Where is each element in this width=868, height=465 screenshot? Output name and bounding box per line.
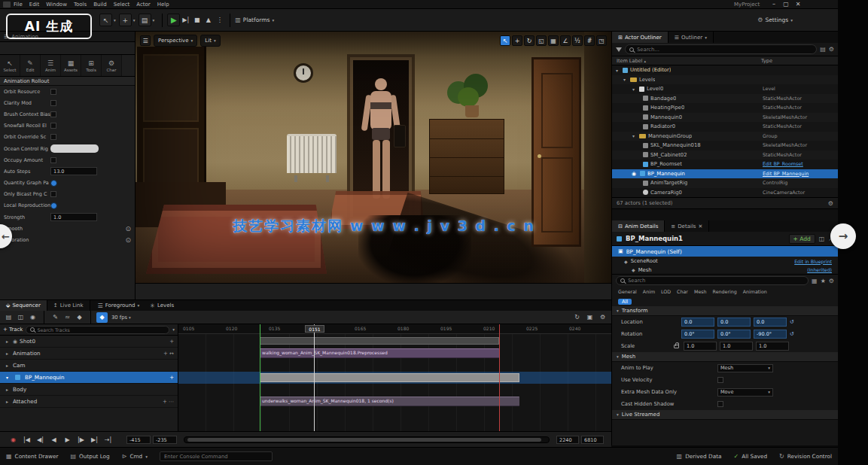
next-arrow-button[interactable]: → (830, 223, 856, 249)
expander-icon[interactable]: ▸ (4, 339, 11, 344)
expander-icon[interactable]: ▾ (630, 87, 637, 92)
favorites-star-icon[interactable]: ★ (821, 278, 826, 284)
grid-icon[interactable]: ▦ (812, 278, 818, 284)
add-track-button[interactable]: + Track (3, 327, 23, 333)
track-row[interactable]: ▸Animation+ ↔ (0, 348, 178, 360)
filter-all-chip[interactable]: All (618, 299, 632, 305)
sequencer-settings-icon[interactable]: ⚙ (597, 312, 608, 323)
working-range-end-field[interactable]: 2240 (556, 436, 579, 444)
settings-dropdown[interactable]: ⚙ Settings ▾ (757, 17, 793, 23)
edit-blueprint-link[interactable]: Edit in Blueprint (794, 259, 832, 264)
menu-file[interactable]: File (14, 2, 23, 8)
checkbox[interactable] (50, 134, 56, 140)
checkbox[interactable] (717, 377, 723, 383)
play-button[interactable]: ▶ (167, 14, 180, 26)
scale-y-field[interactable]: 1.0 (720, 342, 753, 351)
loop-icon[interactable]: ↻ (571, 312, 583, 323)
location-x-field[interactable]: 0.0 (681, 318, 714, 327)
outliner-search-input[interactable] (637, 47, 812, 53)
fps-dropdown[interactable]: 30 fps ▾ (111, 315, 131, 321)
anim-mode-select[interactable]: Mesh▾ (717, 364, 773, 372)
expander-icon[interactable]: ▾ (614, 68, 620, 73)
location-z-field[interactable]: 0.0 (754, 318, 787, 327)
expander-icon[interactable]: ▸ (4, 399, 11, 404)
checkbox[interactable] (50, 111, 56, 117)
move-tool-icon[interactable]: + (512, 35, 522, 46)
filter-tab[interactable]: Rendering (713, 289, 737, 294)
eject-button[interactable]: ▲ (203, 15, 214, 25)
edit-blueprint-link[interactable]: Edit BP_Mannequin (763, 171, 835, 177)
scale-z-field[interactable]: 1.0 (756, 342, 789, 351)
toggle-on[interactable] (50, 202, 57, 209)
live-streamed-section-header[interactable]: ▾Live Streamed (612, 410, 838, 420)
filter-funnel-icon[interactable] (616, 47, 622, 52)
levels-chip[interactable]: ✳ Levels (150, 302, 174, 309)
edit-icon[interactable]: ✎ (50, 312, 61, 323)
mesh-data-select[interactable]: Move▾ (717, 388, 773, 397)
modes-dropdown[interactable]: ↖ (99, 14, 112, 26)
component-row[interactable]: ◆ SceneRoot Edit in Blueprint (612, 257, 838, 266)
outliner-row[interactable]: SM_Cabinet02StaticMeshActor (612, 150, 838, 160)
add-section-icon[interactable]: + ⋯ (163, 399, 174, 405)
expander-icon[interactable]: ▾ (621, 77, 628, 82)
reset-icon[interactable]: ⊙ (125, 225, 131, 232)
stop-button[interactable]: ■ (191, 15, 203, 25)
animation-clip[interactable]: underwalks_woman_Anim_SK_Mannequin018, 1… (260, 397, 519, 406)
tab-outliner[interactable]: ☰Outliner▾ (669, 32, 714, 43)
checkbox[interactable] (50, 100, 56, 106)
close-button[interactable]: ✕ (792, 1, 804, 8)
transform-section-header[interactable]: ▾Transform (612, 306, 838, 316)
viewport-options-button[interactable]: ☰ (140, 35, 151, 46)
menu-tools[interactable]: Tools (74, 2, 87, 8)
inherited-link[interactable]: (Inherited) (807, 267, 832, 272)
menu-help[interactable]: Help (157, 2, 169, 8)
details-search-input[interactable] (628, 278, 804, 284)
lock-icon[interactable] (674, 345, 679, 348)
menu-window[interactable]: Window (46, 2, 67, 8)
gear-icon[interactable]: ⚙ (829, 46, 834, 53)
value-pill[interactable] (50, 144, 99, 153)
step-back-button[interactable]: ◀ (48, 435, 59, 445)
track-search[interactable] (26, 326, 169, 334)
play-options-button[interactable]: ⋮ (214, 15, 225, 25)
reset-icon[interactable]: ⊙ (125, 236, 131, 244)
rotate-tool-icon[interactable]: ↻ (524, 35, 535, 46)
add-section-icon[interactable]: + ↔ (163, 351, 174, 357)
derived-data-button[interactable]: ▥Derived Data (677, 453, 722, 460)
details-search[interactable] (616, 276, 809, 285)
scrollbar-thumb[interactable] (187, 438, 541, 442)
sequence-breadcrumb[interactable]: ☰ Foreground ▾ (98, 302, 140, 309)
timeline-scrollbar[interactable] (184, 436, 550, 443)
save-sequence-icon[interactable]: ▤ (3, 312, 14, 323)
number-field[interactable]: 13.0 (50, 167, 97, 175)
record-button[interactable]: ◉ (8, 435, 19, 445)
tab-anim-details[interactable]: ⊟Anim Details (612, 220, 665, 232)
platforms-dropdown[interactable]: ▥ Platforms ▾ (235, 17, 274, 23)
timeline[interactable]: 0105 0120 0135 0150 0165 0180 0195 0210 … (178, 324, 611, 431)
tab-anim[interactable]: ☰Anim (41, 55, 61, 76)
expander-icon[interactable]: ▸ (4, 363, 11, 368)
view-range-end-field[interactable]: 6810 (581, 436, 604, 444)
expander-icon[interactable]: ▸ (4, 351, 11, 356)
track-row[interactable]: ▸Cam (0, 360, 178, 372)
checkbox[interactable] (50, 191, 56, 197)
tab-live-link[interactable]: ↥Live Link (47, 300, 90, 311)
track-row[interactable]: ▸Attached+ ⋯ (0, 396, 178, 408)
step-forward-button[interactable]: |▶ (75, 435, 87, 445)
maximize-viewport-icon[interactable]: ◳ (596, 35, 607, 46)
selected-section-bar[interactable] (260, 373, 519, 382)
component-list-icon[interactable]: ◫ (819, 236, 825, 242)
playhead[interactable] (314, 324, 315, 431)
track-row[interactable]: ▸◉Shot0+ (0, 336, 178, 348)
tab-select[interactable]: ↖Select (0, 55, 20, 76)
eye-icon[interactable]: ◉ (632, 171, 636, 177)
outliner-row[interactable]: ▾Untitled (Editor) (612, 65, 838, 75)
view-mode-dropdown[interactable]: Lit▾ (200, 35, 220, 47)
tab-tools[interactable]: ⊞Tools (81, 55, 102, 76)
scale-x-field[interactable]: 1.0 (684, 342, 717, 351)
tab-sequencer[interactable]: ⬙Sequencer (0, 300, 47, 311)
checkbox[interactable] (717, 401, 723, 407)
add-content-button[interactable]: + (119, 14, 132, 26)
tab-edit[interactable]: ✎Edit (20, 55, 41, 76)
mesh-section-header[interactable]: ▾Mesh (612, 352, 838, 362)
